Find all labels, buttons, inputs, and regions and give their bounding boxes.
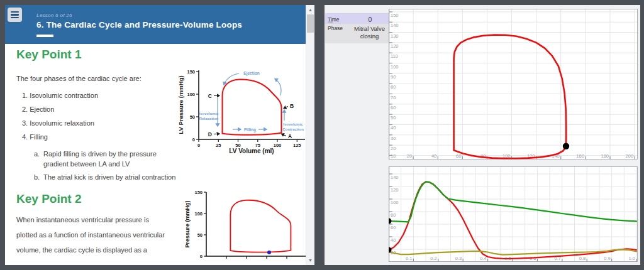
- figure1-pv-loop: [223, 79, 282, 134]
- y-tick-label: 80: [391, 84, 396, 90]
- y-tick-label: 150: [391, 13, 399, 18]
- svg-text:100: 100: [274, 143, 282, 148]
- y-tick-label: 10: [391, 153, 396, 159]
- x-tick-label: 0.3: [455, 256, 462, 261]
- phase-label: Phase: [325, 24, 350, 31]
- scroll-down-arrow-icon[interactable]: ▼: [306, 256, 314, 265]
- svg-text:0: 0: [197, 143, 200, 148]
- title-underline: [36, 35, 53, 37]
- y-tick-label: 80: [391, 212, 396, 218]
- sub-list-item: b.The atrial kick is driven by atrial co…: [34, 172, 177, 182]
- aortic-start-marker: [389, 219, 392, 224]
- phase-value: Mitral Valve closing: [350, 24, 390, 41]
- list-item: 4.Filling: [22, 133, 48, 141]
- y-tick-label: 120: [391, 187, 399, 193]
- svg-text:D: D: [208, 131, 212, 138]
- menu-button[interactable]: [8, 8, 22, 22]
- lesson-panel: Lesson 6 of 26 6. The Cardiac Cycle and …: [5, 5, 314, 265]
- list-item: 2.Ejection: [22, 105, 54, 113]
- svg-text:25: 25: [216, 143, 221, 148]
- y-tick-label: 90: [391, 74, 396, 80]
- svg-text:C: C: [208, 93, 212, 99]
- scroll-up-arrow-icon[interactable]: ▲: [306, 5, 314, 14]
- y-tick-label: 20: [391, 146, 396, 151]
- svg-text:50: 50: [190, 114, 195, 120]
- y-tick-label: 120: [391, 43, 399, 49]
- x-tick-label: 0.2: [430, 256, 436, 261]
- svg-text:Relaxation: Relaxation: [199, 117, 219, 121]
- hamburger-menu-icon: [11, 11, 19, 18]
- chart-frame: [389, 167, 638, 262]
- svg-text:100: 100: [194, 211, 203, 217]
- svg-text:0: 0: [192, 137, 195, 143]
- figure1-xlabel: LV Volume (ml): [229, 148, 274, 154]
- x-tick-label: 160: [576, 153, 584, 159]
- figure2-pv-loop: [230, 200, 291, 252]
- key-point-1-heading: Key Point 1: [16, 48, 81, 62]
- phase-readout-row: Phase Mitral Valve closing: [325, 24, 390, 43]
- key-point-2-heading: Key Point 2: [16, 192, 81, 206]
- lesson-header: Lesson 6 of 26 6. The Cardiac Cycle and …: [5, 5, 306, 44]
- x-tick-label: 40: [431, 153, 436, 159]
- figure-axes: [206, 192, 307, 256]
- chart-frame: [389, 9, 638, 159]
- x-tick-label: 0.1: [406, 256, 412, 261]
- svg-text:Ejection: Ejection: [243, 71, 259, 76]
- figure2-state-dot: [267, 251, 271, 254]
- svg-text:150: 150: [187, 69, 195, 75]
- x-tick-label: 0.8: [579, 256, 586, 261]
- x-tick-label: 20: [407, 153, 412, 159]
- y-tick-label: 110: [391, 53, 398, 59]
- y-tick-label: 140: [391, 175, 399, 180]
- x-tick-label: 60: [456, 153, 461, 159]
- y-tick-label: 70: [391, 95, 396, 100]
- pv-loop-curve: [454, 35, 567, 159]
- y-tick-label: 100: [391, 200, 399, 205]
- svg-text:50: 50: [197, 232, 203, 238]
- key-point-1-intro: The four phases of the cardiac cycle are…: [16, 75, 142, 82]
- svg-text:100: 100: [187, 92, 195, 97]
- y-tick-label: 100: [391, 64, 399, 70]
- lesson-title: 6. The Cardiac Cycle and Pressure-Volume…: [36, 20, 242, 30]
- svg-text:Filling: Filling: [244, 127, 256, 132]
- pv-loop-small-figure: 0 50 100 150 Pressure (mmHg): [181, 186, 314, 265]
- x-tick-label: 0.9: [604, 256, 610, 261]
- svg-text:125: 125: [293, 143, 301, 148]
- svg-text:B: B: [290, 103, 294, 109]
- x-tick-label: 200: [626, 153, 634, 159]
- pv-loop-diagram-figure: 0 50 100 150 0 25 50 75 100 125 LV Press…: [176, 65, 311, 154]
- y-tick-label: 60: [391, 105, 396, 111]
- x-tick-label: 1.0: [629, 256, 635, 261]
- figure1-ylabel: LV Pressure (mmHg): [177, 75, 184, 134]
- figure2-ylabel: Pressure (mmHg): [184, 200, 191, 247]
- lesson-scrollbar[interactable]: ▲ ▼: [306, 5, 314, 265]
- y-tick-label: 40: [391, 125, 396, 131]
- svg-text:Isovolumic: Isovolumic: [199, 112, 219, 116]
- time-readout-row: Time ms 0: [325, 13, 390, 24]
- pv-loop-chart[interactable]: 1020304050607080901001101201301401502040…: [389, 9, 638, 159]
- y-tick-label: 60: [391, 225, 396, 230]
- y-tick-label: 130: [391, 33, 399, 39]
- lesson-progress: Lesson 6 of 26: [36, 13, 72, 18]
- pressure-vs-time-chart[interactable]: 204060801001201400.10.20.30.40.50.60.70.…: [389, 166, 638, 262]
- y-tick-label: 50: [391, 115, 396, 121]
- svg-text:Isovolumic: Isovolumic: [283, 122, 303, 126]
- figure1-flow-arrows: [218, 73, 284, 129]
- svg-text:150: 150: [194, 190, 203, 195]
- x-tick-label: 0.4: [480, 256, 486, 261]
- simulation-panel: Time ms 0 Phase Mitral Valve closing 102…: [325, 5, 640, 265]
- scrollbar-thumb[interactable]: [307, 14, 314, 33]
- key-point-2-paragraph: When instantaneous ventricular pressure …: [16, 212, 165, 257]
- svg-text:Contraction: Contraction: [282, 127, 304, 131]
- current-state-marker: [563, 143, 569, 149]
- y-tick-label: 40: [391, 237, 396, 243]
- readout-table: Time ms 0 Phase Mitral Valve closing: [325, 13, 390, 43]
- x-tick-label: 180: [601, 153, 609, 159]
- svg-text:0: 0: [200, 254, 203, 259]
- time-value: 0: [350, 14, 390, 23]
- list-item: 1.Isovolumic contraction: [22, 92, 98, 99]
- list-item: 3.Isovolumic relaxation: [22, 119, 94, 127]
- sub-list-item: a.Rapid filling is driven by the pressur…: [34, 149, 177, 169]
- y-tick-label: 140: [391, 23, 399, 28]
- svg-text:A: A: [288, 133, 292, 139]
